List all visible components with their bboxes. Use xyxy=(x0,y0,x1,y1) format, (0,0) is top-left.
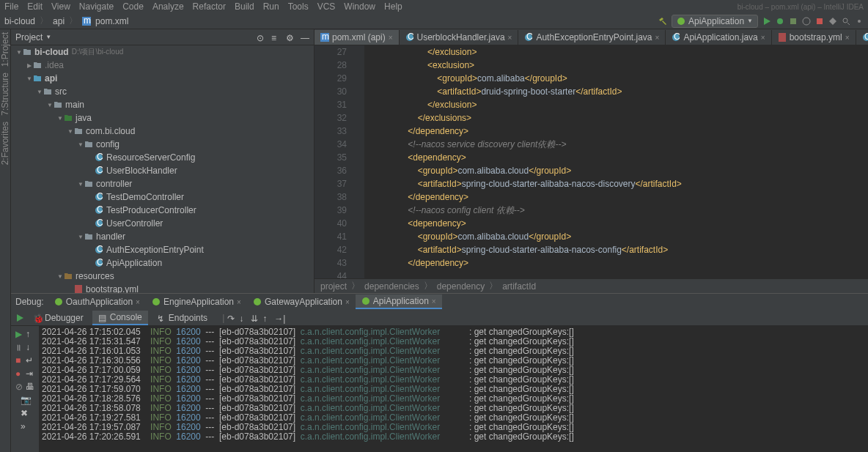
console-tab[interactable]: ▤Console xyxy=(92,311,148,325)
coverage-icon[interactable] xyxy=(789,17,798,26)
tree-item-src[interactable]: ▼src xyxy=(11,85,314,98)
close-tab-icon[interactable]: × xyxy=(389,34,393,42)
crumb-project[interactable]: project xyxy=(320,281,347,292)
menu-navigate[interactable]: Navigate xyxy=(79,1,114,12)
menu-window[interactable]: Window xyxy=(344,1,375,12)
debug-icon[interactable] xyxy=(776,17,784,26)
up-icon[interactable]: ↑ xyxy=(26,329,34,338)
tree-item-resourceserverconfig[interactable]: CResourceServerConfig xyxy=(11,151,314,164)
menu-view[interactable]: View xyxy=(51,1,70,12)
tree-item-controller[interactable]: ▼controller xyxy=(11,177,314,190)
close-tab-icon[interactable]: × xyxy=(508,34,512,42)
tree-item-api[interactable]: ▼api xyxy=(11,72,314,85)
menu-help[interactable]: Help xyxy=(384,1,402,12)
close-tab-icon[interactable]: × xyxy=(845,34,850,42)
rerun-icon[interactable] xyxy=(15,314,24,322)
tab-testdemocontroller-java[interactable]: CTestDemoController.java× xyxy=(856,30,869,45)
search-icon[interactable] xyxy=(842,17,850,26)
menu-analyze[interactable]: Analyze xyxy=(152,1,184,12)
resume-icon[interactable]: ▶ xyxy=(15,329,24,338)
structure-toolwindow-button[interactable]: 7:Structure xyxy=(0,73,10,116)
tree-item-usercontroller[interactable]: CUserController xyxy=(11,217,314,230)
tree-item-userblockhandler[interactable]: CUserBlockHandler xyxy=(11,164,314,177)
soft-wrap-icon[interactable]: ↵ xyxy=(26,355,34,364)
menu-run[interactable]: Run xyxy=(263,1,279,12)
tab-userblockhandler-java[interactable]: CUserblockHandler.java× xyxy=(400,30,519,45)
down-icon[interactable]: ↓ xyxy=(26,342,34,351)
crumb-artifactid[interactable]: artifactId xyxy=(502,281,536,292)
run-to-cursor-icon[interactable]: →| xyxy=(274,314,283,322)
run-tab-engineapplication[interactable]: EngineApplication× xyxy=(146,294,247,309)
menu-refactor[interactable]: Refactor xyxy=(193,1,226,12)
console-output[interactable]: 2021-04-26 17:15:02.045 INFO 16200 --- [… xyxy=(39,326,868,452)
tab-authexceptionentrypoint-java[interactable]: CAuthExceptionEntryPoint.java× xyxy=(518,30,666,45)
endpoints-tab[interactable]: ↯Endpoints xyxy=(151,311,213,325)
tab-bootstrap-yml[interactable]: bootstrap.yml× xyxy=(772,30,856,45)
view-breakpoints-icon[interactable]: ● xyxy=(15,368,24,377)
git-icon[interactable] xyxy=(828,17,837,26)
tree-item-java[interactable]: ▼java xyxy=(11,111,314,125)
build-icon[interactable] xyxy=(658,17,667,26)
tree-item-main[interactable]: ▼main xyxy=(11,98,314,111)
force-step-into-icon[interactable]: ⇊ xyxy=(251,314,260,322)
expand-all-icon[interactable]: ≡ xyxy=(271,33,280,42)
project-panel-title[interactable]: Project xyxy=(15,32,43,42)
crumb-file[interactable]: pom.xml xyxy=(95,16,128,26)
line-gutter[interactable]: 2728293031323334353637383940414243444546… xyxy=(315,45,354,278)
run-tab-gatewayapplication[interactable]: GatewayApplication× xyxy=(247,294,356,309)
project-tree[interactable]: ▼bi-cloudD:\项目\bi-cloud▶.idea▼api▼src▼ma… xyxy=(11,45,314,293)
more-icon[interactable]: » xyxy=(21,421,29,430)
tree-item--idea[interactable]: ▶.idea xyxy=(11,59,314,72)
run-tab-apiapplication[interactable]: ApiApplication× xyxy=(356,294,442,309)
svg-text:C: C xyxy=(97,219,103,228)
camera-icon[interactable]: 📷 xyxy=(21,395,29,404)
stop-debug-icon[interactable]: ■ xyxy=(15,355,24,364)
tree-root[interactable]: ▼bi-cloudD:\项目\bi-cloud xyxy=(11,45,314,59)
crumb-dependencies[interactable]: dependencies xyxy=(364,281,419,292)
print-icon[interactable]: 🖶 xyxy=(26,382,34,390)
tree-item-bootstrap-yml[interactable]: bootstrap.yml xyxy=(11,283,314,293)
tree-item-config[interactable]: ▼config xyxy=(11,138,314,151)
menu-file[interactable]: File xyxy=(4,1,18,12)
mute-breakpoints-icon[interactable]: ⊘ xyxy=(15,382,24,390)
tree-item-apiapplication[interactable]: CApiApplication xyxy=(11,256,314,270)
tree-item-handler[interactable]: ▼handler xyxy=(11,230,314,243)
favorites-toolwindow-button[interactable]: 2:Favorites xyxy=(0,122,10,165)
menu-build[interactable]: Build xyxy=(235,1,254,12)
tree-item-com-bi-cloud[interactable]: ▼com.bi.cloud xyxy=(11,125,314,138)
scroll-to-end-icon[interactable]: ⇥ xyxy=(26,368,34,377)
run-tab-oauthapplication[interactable]: OauthApplication× xyxy=(48,294,146,309)
close-tab-icon[interactable]: × xyxy=(655,34,660,42)
menu-tools[interactable]: Tools xyxy=(288,1,309,12)
tree-item-testproducercontroller[interactable]: CTestProducerController xyxy=(11,204,314,217)
stop-icon[interactable] xyxy=(815,17,824,26)
tree-item-authexceptionentrypoint[interactable]: CAuthExceptionEntryPoint xyxy=(11,243,314,256)
code-editor[interactable]: </exclusion> <exclusion> <groupId>com.al… xyxy=(364,45,868,278)
menu-edit[interactable]: Edit xyxy=(27,1,43,12)
menu-code[interactable]: Code xyxy=(122,1,144,12)
crumb-dependency[interactable]: dependency xyxy=(437,281,485,292)
tree-item-resources[interactable]: ▼resources xyxy=(11,270,314,283)
debugger-tab[interactable]: 🐞Debugger xyxy=(27,311,89,325)
tab-apiapplication-java[interactable]: CApiApplication.java× xyxy=(666,30,771,45)
project-toolwindow-button[interactable]: 1:Project xyxy=(0,32,10,67)
clear-icon[interactable]: ✖ xyxy=(21,408,29,417)
pause-icon[interactable]: ॥ xyxy=(15,342,24,351)
step-over-icon[interactable]: ↷ xyxy=(227,314,236,322)
step-into-icon[interactable]: ↓ xyxy=(239,314,248,322)
tab-pom-xml-api-[interactable]: mpom.xml (api)× xyxy=(315,30,400,45)
svg-text:C: C xyxy=(97,259,103,267)
run-icon[interactable] xyxy=(762,17,771,26)
collapse-all-icon[interactable]: ⚙ xyxy=(286,33,295,42)
menu-vcs[interactable]: VCS xyxy=(317,1,336,12)
close-tab-icon[interactable]: × xyxy=(761,34,765,42)
step-out-icon[interactable]: ↑ xyxy=(262,314,271,322)
hide-icon[interactable]: — xyxy=(301,33,309,42)
tree-item-testdemocontroller[interactable]: CTestDemoController xyxy=(11,190,314,204)
run-config-selector[interactable]: ApiApplication ▼ xyxy=(672,15,758,28)
settings-icon[interactable] xyxy=(855,17,864,26)
crumb-root[interactable]: bi-cloud xyxy=(4,16,35,26)
crumb-module[interactable]: api xyxy=(53,16,65,26)
select-opened-file-icon[interactable]: ⊙ xyxy=(257,33,265,42)
profile-icon[interactable] xyxy=(802,17,811,26)
